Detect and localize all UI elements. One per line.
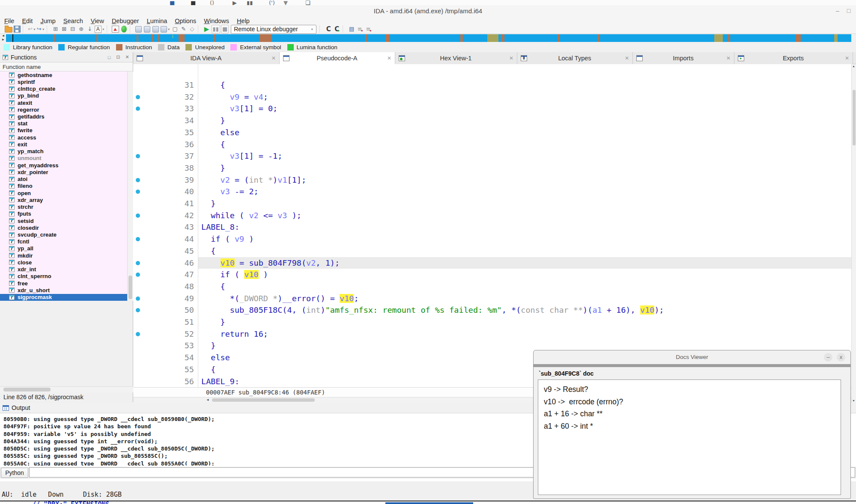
pseudocode-line[interactable]: 47 if ( v10 ): [133, 269, 851, 281]
breakpoint-icon[interactable]: [136, 332, 140, 336]
navigate-back-icon[interactable]: ↩▼: [28, 25, 36, 33]
lumina-server-icon[interactable]: [120, 25, 128, 33]
breakpoints-icon[interactable]: ▤: [348, 25, 355, 33]
function-list-item[interactable]: close: [0, 259, 127, 266]
pseudocode-line[interactable]: 38 }: [133, 162, 851, 174]
navband-track[interactable]: ↓: [6, 34, 851, 42]
docs-viewer-title-bar[interactable]: Docs Viewer – x: [534, 350, 850, 364]
breakpoint-icon[interactable]: [136, 95, 140, 99]
functions-panel-header[interactable]: Functions □ ⊡ ✕: [0, 52, 133, 62]
breakpoint-icon[interactable]: [136, 237, 140, 241]
minimize-docs-icon[interactable]: –: [824, 353, 832, 362]
function-list-item[interactable]: yp_bind: [0, 92, 127, 99]
docs-viewer-window[interactable]: Docs Viewer – x `sub_804F9C8` doc v9 -> …: [533, 350, 851, 499]
menu-item-jump[interactable]: Jump: [36, 17, 59, 25]
function-list-item[interactable]: mkdir: [0, 252, 127, 259]
navigation-band[interactable]: ◄► ↓: [0, 34, 856, 42]
pseudocode-line[interactable]: 48 {: [133, 281, 851, 293]
function-list-item[interactable]: closedir: [0, 224, 127, 231]
function-list-item[interactable]: access: [0, 134, 127, 141]
tab-local-types[interactable]: Local Types✕: [517, 52, 633, 64]
menu-item-file[interactable]: File: [0, 17, 18, 25]
breakpoint-icon[interactable]: [136, 213, 140, 218]
function-list-item[interactable]: xdr_int: [0, 266, 127, 273]
stop-process-icon[interactable]: ■: [221, 25, 229, 33]
pseudocode-line[interactable]: 42 while ( v2 <= v3 );: [133, 210, 851, 222]
minimize-window-icon[interactable]: –: [833, 7, 842, 15]
jump-down-icon[interactable]: ↓: [86, 25, 94, 33]
close-tab-icon[interactable]: ✕: [387, 55, 391, 61]
pseudocode-line[interactable]: 49 *(_DWORD *)__error() = v10;: [133, 293, 851, 305]
tab-pseudocode-a[interactable]: Pseudocode-A✕: [280, 52, 395, 64]
function-list-item[interactable]: fwrite: [0, 127, 127, 134]
navband-arrows-icon[interactable]: ◄►: [0, 34, 6, 42]
breakpoint-icon[interactable]: [136, 308, 140, 312]
function-list-item[interactable]: xdr_array: [0, 196, 127, 203]
close-tab-icon[interactable]: ✕: [625, 55, 629, 61]
close-tab-icon[interactable]: ✕: [271, 55, 276, 61]
function-list-item[interactable]: stat: [0, 120, 127, 127]
function-list-item[interactable]: svcudp_create: [0, 231, 127, 238]
menu-item-windows[interactable]: Windows: [200, 17, 233, 25]
tab-exports[interactable]: Exports✕: [734, 52, 853, 64]
function-list-item[interactable]: fputs: [0, 210, 127, 217]
function-list-item[interactable]: get_myaddress: [0, 162, 127, 169]
pseudocode-line[interactable]: 34 }: [133, 115, 851, 127]
pause-process-icon[interactable]: ▮▮: [212, 25, 220, 33]
pseudocode-line[interactable]: 35 else: [133, 127, 851, 139]
function-list-item[interactable]: atexit: [0, 99, 127, 106]
function-list-item[interactable]: sigprocmask: [0, 294, 127, 301]
scrollbar-thumb[interactable]: [3, 388, 51, 391]
scroll-up-icon[interactable]: ▲: [852, 65, 855, 68]
tab-hex-view-1[interactable]: Hex View-1✕: [395, 52, 517, 64]
title-bar[interactable]: IDA - amd.i64 (amd.exe) /tmp/amd.i64 – □: [0, 5, 856, 18]
debugger-selector[interactable]: Remote Linux debugger▼: [231, 25, 316, 34]
close-docs-icon[interactable]: x: [837, 353, 845, 362]
pseudocode-line[interactable]: 40 v3 -= 2;: [133, 186, 851, 198]
edit-icon[interactable]: ✎: [180, 25, 188, 33]
navigate-forward-icon[interactable]: ↪▼: [37, 25, 45, 33]
debugger-tool-icon-3[interactable]: [152, 25, 160, 33]
ascii-strings-icon[interactable]: A▼: [95, 25, 105, 33]
jump-by-address-icon[interactable]: ⊞: [52, 25, 60, 33]
breakpoint-icon[interactable]: [136, 296, 140, 301]
debugger-tool-icon-2[interactable]: [143, 25, 151, 33]
pseudocode-line[interactable]: 43LABEL_8:: [133, 221, 851, 233]
function-list-item[interactable]: open: [0, 190, 127, 196]
tab-ida-view-a[interactable]: IDA View-A✕: [133, 52, 280, 64]
function-list-item[interactable]: clnttcp_create: [0, 85, 127, 92]
pseudocode-current-line[interactable]: 46 v10 = sub_804F798(v2, 1);: [133, 257, 851, 269]
close-tab-icon[interactable]: ✕: [845, 55, 849, 61]
function-list-item[interactable]: xdr_u_short: [0, 287, 127, 294]
pseudocode-line[interactable]: 51 }: [133, 316, 851, 328]
debugger-tool-icon-4[interactable]: ▼: [161, 25, 170, 33]
function-list-item[interactable]: fileno: [0, 183, 127, 190]
pseudocode-line[interactable]: 33 v3[1] = 0;: [133, 103, 851, 115]
maximize-panel-icon[interactable]: ⊡: [115, 54, 122, 60]
scrollbar-thumb[interactable]: [853, 90, 856, 145]
pseudocode-line[interactable]: 31 {: [133, 79, 851, 91]
function-list-item[interactable]: atoi: [0, 176, 127, 183]
breakpoint-icon[interactable]: [136, 273, 140, 277]
function-list-item[interactable]: unmount: [0, 155, 127, 162]
pseudocode-line[interactable]: 41 }: [133, 198, 851, 210]
start-process-icon[interactable]: ▶: [203, 25, 211, 33]
pseudocode-pane[interactable]: 31 {32 v9 = v4;33 v3[1] = 0;34 }35 else3…: [133, 64, 851, 387]
pseudocode-vertical-scrollbar[interactable]: ▲ ▼: [851, 64, 856, 403]
function-list-item[interactable]: fcntl: [0, 238, 127, 245]
menu-item-options[interactable]: Options: [171, 17, 200, 25]
function-list-item[interactable]: sprintf: [0, 78, 127, 85]
functions-horizontal-scrollbar[interactable]: [0, 386, 133, 392]
breakpoint-icon[interactable]: [136, 154, 140, 158]
pseudocode-line[interactable]: 50 sub_805F18C(4, (int)"amfs_nfsx: remou…: [133, 304, 851, 316]
scroll-down-icon[interactable]: ▼: [852, 399, 855, 402]
jump-by-name-icon[interactable]: ⊠: [60, 25, 68, 33]
function-list-item[interactable]: getifaddrs: [0, 113, 127, 120]
pseudocode-line[interactable]: 39 v2 = (int *)v1[1];: [133, 174, 851, 186]
scrollbar-thumb[interactable]: [128, 276, 132, 299]
scroll-left-icon[interactable]: ◄: [206, 397, 209, 403]
pseudocode-line[interactable]: 44 if ( v9 ): [133, 233, 851, 245]
breakpoint-icon[interactable]: [136, 107, 140, 111]
function-list-item[interactable]: yp_match: [0, 148, 127, 155]
menu-item-lumina[interactable]: Lumina: [143, 17, 171, 25]
